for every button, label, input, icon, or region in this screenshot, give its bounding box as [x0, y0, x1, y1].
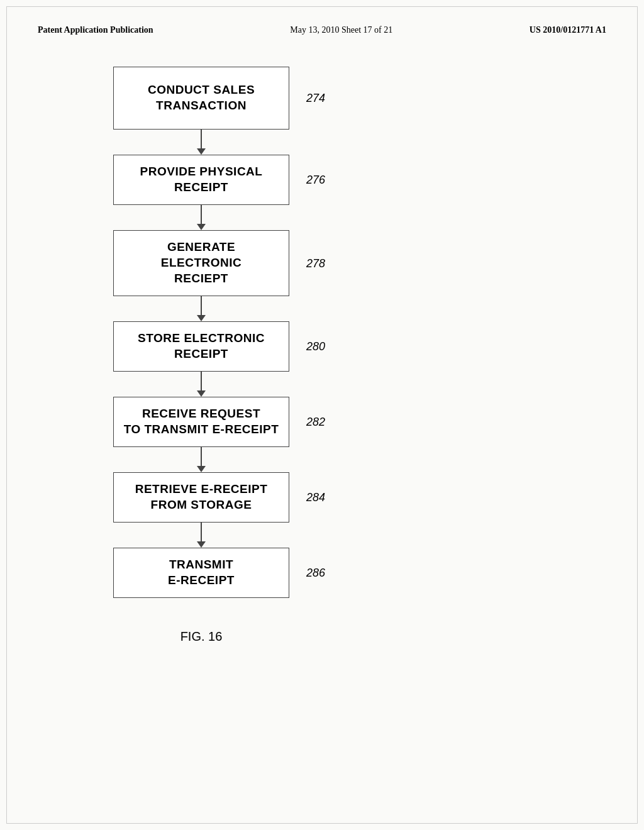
header-date-sheet: May 13, 2010 Sheet 17 of 21 — [290, 25, 392, 35]
box-274: CONDUCT SALES TRANSACTION — [113, 67, 289, 130]
box-274-label: CONDUCT SALES TRANSACTION — [148, 82, 255, 113]
box-286-label: TRANSMIT E-RECEIPT — [168, 557, 235, 588]
box-282-label: RECEIVE REQUEST TO TRANSMIT E-RECEIPT — [124, 406, 279, 437]
ref-274: 274 — [306, 92, 325, 105]
box-280: STORE ELECTRONIC RECEIPT — [113, 321, 289, 372]
arrow-1 — [113, 130, 289, 155]
ref-280: 280 — [306, 340, 325, 353]
arrow-3 — [113, 296, 289, 321]
box-276-label: PROVIDE PHYSICAL RECEIPT — [140, 164, 263, 195]
box-278: GENERATE ELECTRONIC RECIEPT — [113, 230, 289, 296]
ref-282: 282 — [306, 416, 325, 429]
box-280-label: STORE ELECTRONIC RECEIPT — [138, 331, 265, 362]
ref-286: 286 — [306, 567, 325, 580]
flow-row-274: CONDUCT SALES TRANSACTION 274 — [113, 67, 289, 130]
arrow-2 — [113, 205, 289, 230]
page-header: Patent Application Publication May 13, 2… — [38, 25, 606, 35]
box-286: TRANSMIT E-RECEIPT — [113, 548, 289, 598]
flow-row-280: STORE ELECTRONIC RECEIPT 280 — [113, 321, 289, 372]
flowchart: CONDUCT SALES TRANSACTION 274 PROVIDE PH… — [113, 67, 606, 644]
box-284-label: RETRIEVE E-RECEIPT FROM STORAGE — [135, 482, 268, 512]
header-patent-number: US 2010/0121771 A1 — [530, 25, 606, 35]
arrow-5 — [113, 447, 289, 472]
flow-row-282: RECEIVE REQUEST TO TRANSMIT E-RECEIPT 28… — [113, 397, 289, 447]
patent-page: Patent Application Publication May 13, 2… — [0, 0, 644, 830]
flow-row-278: GENERATE ELECTRONIC RECIEPT 278 — [113, 230, 289, 296]
ref-276: 276 — [306, 174, 325, 187]
figure-label-text: FIG. 16 — [180, 629, 223, 643]
ref-278: 278 — [306, 257, 325, 270]
arrow-4 — [113, 372, 289, 397]
flow-row-284: RETRIEVE E-RECEIPT FROM STORAGE 284 — [113, 472, 289, 523]
figure-label: FIG. 16 — [113, 629, 289, 644]
box-276: PROVIDE PHYSICAL RECEIPT — [113, 155, 289, 205]
box-282: RECEIVE REQUEST TO TRANSMIT E-RECEIPT — [113, 397, 289, 447]
box-284: RETRIEVE E-RECEIPT FROM STORAGE — [113, 472, 289, 523]
box-278-label: GENERATE ELECTRONIC RECIEPT — [161, 240, 242, 286]
ref-284: 284 — [306, 491, 325, 504]
arrow-6 — [113, 523, 289, 548]
flow-row-276: PROVIDE PHYSICAL RECEIPT 276 — [113, 155, 289, 205]
flow-row-286: TRANSMIT E-RECEIPT 286 — [113, 548, 289, 598]
header-publication-label: Patent Application Publication — [38, 25, 153, 35]
